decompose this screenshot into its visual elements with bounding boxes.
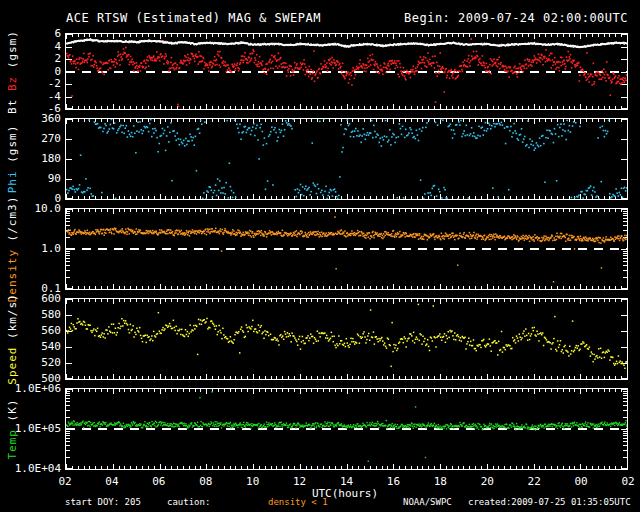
footer-caution-label: caution:: [167, 497, 210, 507]
x-tick-label-3: 08: [191, 475, 221, 488]
footer-agency: NOAA/SWPC: [403, 497, 452, 507]
y-axis-label-part-speed-1: (km/s): [6, 293, 19, 346]
y-axis-label-part-bt-bz-0: Bt: [6, 91, 19, 114]
y-axis-label-part-density-1: (/cm3): [6, 196, 19, 249]
footer-created-timestamp: created:2009-07-25 01:35:05UTC: [468, 497, 631, 507]
y-tick-label-phi-0: 360: [0, 113, 61, 125]
y-axis-label-part-speed-0: Speed: [6, 347, 19, 385]
panel-speed: [65, 298, 628, 380]
x-tick-label-2: 06: [144, 475, 174, 488]
y-axis-label-part-temp-1: (K): [6, 399, 19, 430]
y-axis-label-part-phi-1: (gsm): [6, 125, 19, 171]
x-tick-label-12: 02: [613, 475, 640, 488]
y-axis-label-part-phi-0: Phi: [6, 170, 19, 193]
ace-rtsw-plot-screen: ACE RTSW (Estimated) MAG & SWEPAM Begin:…: [0, 0, 640, 512]
plot-title: ACE RTSW (Estimated) MAG & SWEPAM: [66, 11, 321, 25]
y-tick-label-temp-2: 1.0E+04: [0, 463, 61, 475]
y-axis-label-speed: Speed (km/s): [6, 293, 19, 384]
x-tick-label-8: 18: [425, 475, 455, 488]
y-axis-label-bt-bz: Bt Bz (gsm): [6, 30, 19, 114]
panel-canvas-bt-bz: [66, 34, 627, 109]
footer-density-warning: density < 1: [268, 497, 328, 507]
x-tick-label-1: 04: [97, 475, 127, 488]
y-axis-label-temp: Temp (K): [6, 399, 19, 460]
panel-canvas-phi: [66, 119, 627, 199]
y-axis-label-part-temp-0: Temp: [6, 429, 19, 460]
x-tick-label-9: 20: [472, 475, 502, 488]
y-axis-label-part-bt-bz-2: (gsm): [6, 30, 19, 76]
panel-temp: [65, 388, 628, 470]
y-axis-label-part-bt-bz-1: Bz: [6, 75, 19, 90]
y-axis-label-density: Density (/cm3): [6, 196, 19, 303]
panel-density: [65, 208, 628, 290]
x-tick-label-11: 00: [566, 475, 596, 488]
panel-canvas-speed: [66, 299, 627, 379]
y-axis-label-phi: Phi (gsm): [6, 125, 19, 194]
x-tick-label-4: 10: [238, 475, 268, 488]
y-tick-label-temp-0: 1.0E+06: [0, 383, 61, 395]
panel-bt-bz: [65, 33, 628, 110]
x-tick-label-0: 02: [50, 475, 80, 488]
panel-canvas-temp: [66, 389, 627, 469]
x-tick-label-10: 22: [519, 475, 549, 488]
begin-timestamp: Begin: 2009-07-24 02:00:00UTC: [404, 11, 628, 25]
footer-start-doy: start DOY: 205: [65, 497, 141, 507]
panel-canvas-density: [66, 209, 627, 289]
panel-phi: [65, 118, 628, 200]
